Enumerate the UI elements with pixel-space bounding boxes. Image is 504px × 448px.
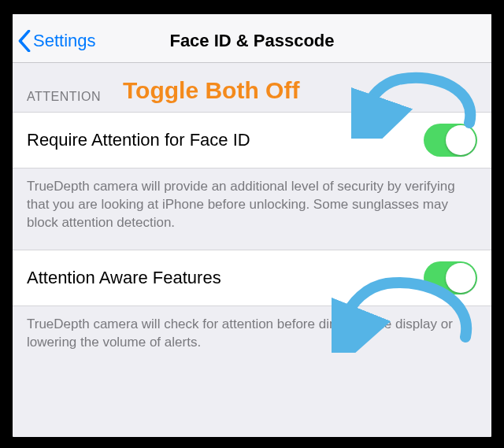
row-attention-aware[interactable]: Attention Aware Features: [13, 250, 491, 306]
section-header-label: ATTENTION: [27, 90, 101, 103]
row-require-attention-footer: TrueDepth camera will provide an additio…: [13, 168, 491, 250]
nav-bar: Settings Face ID & Passcode: [13, 19, 491, 63]
toggle-knob: [446, 125, 476, 155]
row-require-attention[interactable]: Require Attention for Face ID: [13, 112, 491, 168]
row-attention-aware-footer: TrueDepth camera will check for attentio…: [13, 306, 491, 369]
toggle-attention-aware[interactable]: [424, 261, 477, 294]
row-attention-aware-label: Attention Aware Features: [27, 268, 221, 288]
back-button[interactable]: Settings: [13, 30, 96, 52]
toggle-require-attention[interactable]: [424, 124, 477, 157]
frame: Settings Face ID & Passcode ATTENTION To…: [0, 0, 504, 448]
back-label: Settings: [33, 31, 96, 51]
row-require-attention-label: Require Attention for Face ID: [27, 130, 250, 150]
screen: Settings Face ID & Passcode ATTENTION To…: [13, 14, 491, 437]
annotation-text: Toggle Both Off: [123, 77, 299, 104]
chevron-left-icon: [17, 30, 32, 52]
section-header: ATTENTION Toggle Both Off: [13, 63, 491, 112]
toggle-knob: [446, 263, 476, 293]
